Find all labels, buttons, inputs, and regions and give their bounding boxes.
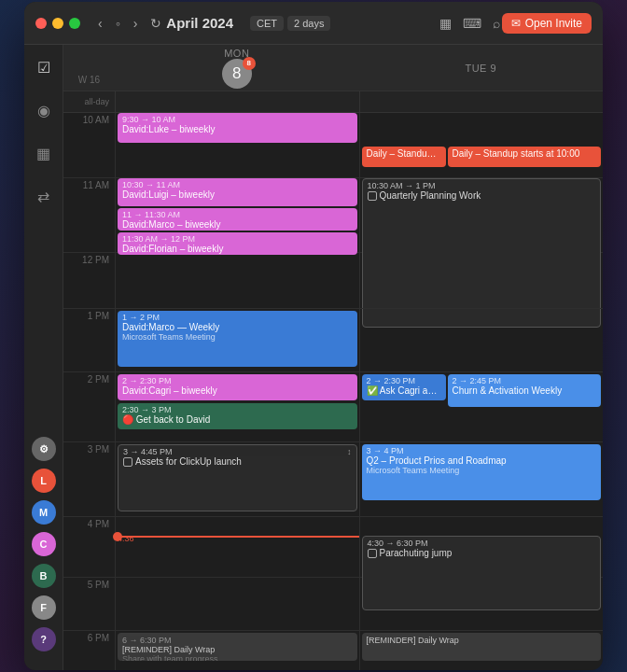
day-cell-mon-5pm bbox=[115, 578, 359, 630]
time-row-3pm: 3 PM 3 → 4:45 PM ↕ Assets for ClickUp la… bbox=[63, 442, 603, 517]
day-cell-mon-3pm: 3 → 4:45 PM ↕ Assets for ClickUp launch bbox=[115, 442, 359, 516]
time-row-6pm: 6 PM 6 → 6:30 PM [REMINDER] Daily Wrap S… bbox=[63, 631, 603, 670]
maximize-button[interactable] bbox=[69, 18, 80, 29]
allday-label: all-day bbox=[63, 91, 115, 112]
toolbar-icons: ▦ ⌨ ⌕ bbox=[438, 14, 502, 33]
day-cell-mon-4pm: 4:36 bbox=[115, 517, 359, 577]
time-row-10am: 10 AM 9:30 → 10 AM David:Luke – biweekly bbox=[63, 113, 603, 178]
open-invite-button[interactable]: ✉ Open Invite bbox=[502, 13, 592, 34]
day-cell-mon-2pm: 2 → 2:30 PM David:Cagri – biweekly 2:30 … bbox=[115, 372, 359, 441]
day-name-tue: Tue 9 bbox=[465, 63, 496, 74]
time-row-11am: 11 AM 10:30 → 11 AM David:Luigi – biweek… bbox=[63, 178, 603, 253]
invite-icon: ✉ bbox=[511, 17, 521, 30]
time-label-1pm: 1 PM bbox=[63, 309, 115, 371]
sidebar-shuffle-icon[interactable]: ⇄ bbox=[31, 183, 57, 209]
timezone-badge: CET bbox=[250, 16, 284, 31]
terminal-icon[interactable]: ⌨ bbox=[461, 14, 483, 33]
days-range-badge: 2 days bbox=[287, 16, 330, 31]
event-marco-biweekly[interactable]: 11 → 11:30 AM David:Marco – biweekly bbox=[118, 208, 357, 231]
day-cell-mon-11am: 10:30 → 11 AM David:Luigi – biweekly 11 … bbox=[115, 178, 359, 252]
day-cell-tue-6pm: [REMINDER] Daily Wrap bbox=[359, 631, 604, 670]
calendar-view-icon[interactable]: ▦ bbox=[438, 14, 453, 33]
day-cell-mon-6pm: 6 → 6:30 PM [REMINDER] Daily Wrap Share … bbox=[115, 631, 359, 670]
event-marco-weekly[interactable]: 1 → 2 PM David:Marco — Weekly Microsoft … bbox=[118, 311, 357, 367]
time-row-12pm: 12 PM bbox=[63, 253, 603, 309]
day-badge-mon: 8 bbox=[243, 57, 256, 70]
event-cagri-biweekly[interactable]: 2 → 2:30 PM David:Cagri – biweekly bbox=[118, 374, 357, 400]
event-luigi-biweekly[interactable]: 10:30 → 11 AM David:Luigi – biweekly bbox=[118, 178, 357, 206]
time-rows: 10 AM 9:30 → 10 AM David:Luke – biweekly bbox=[63, 113, 603, 670]
day-cell-tue-3pm: 3 → 4 PM Q2 – Product Prios and Roadmap … bbox=[359, 442, 604, 516]
day-cells-5pm bbox=[115, 578, 603, 630]
day-cell-mon-1pm: 1 → 2 PM David:Marco — Weekly Microsoft … bbox=[115, 309, 359, 371]
allday-cell-mon bbox=[115, 91, 359, 112]
day-cells-4pm: 4:36 4:30 → 6:30 PM Parachuting jump bbox=[115, 517, 603, 577]
day-cell-mon-10am: 9:30 → 10 AM David:Luke – biweekly bbox=[115, 113, 359, 177]
day-cell-tue-4pm: 4:30 → 6:30 PM Parachuting jump bbox=[359, 517, 604, 577]
event-reminder-tue[interactable]: [REMINDER] Daily Wrap bbox=[362, 633, 602, 661]
event-assets-clickup[interactable]: 3 → 4:45 PM ↕ Assets for ClickUp launch bbox=[118, 444, 357, 511]
avatar-user2[interactable]: M bbox=[32, 500, 56, 525]
avatar-settings[interactable]: ⚙ bbox=[32, 437, 56, 461]
search-icon[interactable]: ⌕ bbox=[491, 14, 502, 33]
time-label-12pm: 12 PM bbox=[63, 253, 115, 308]
prev-button[interactable]: ‹ bbox=[93, 14, 107, 33]
allday-row: all-day bbox=[63, 91, 603, 113]
day-cells-12pm bbox=[115, 253, 603, 308]
day-header-mon: Mon 8 8 bbox=[115, 45, 359, 91]
time-label-6pm: 6 PM bbox=[63, 631, 115, 670]
day-number-mon: 8 8 bbox=[222, 59, 252, 89]
day-cell-tue-10am: Daily – Standup starts … Daily – Standup… bbox=[359, 113, 604, 177]
day-cell-tue-1pm bbox=[359, 309, 604, 371]
event-standup-small[interactable]: Daily – Standup starts … bbox=[362, 147, 446, 167]
avatar-user3[interactable]: C bbox=[32, 532, 56, 556]
calendar-area: W 16 Mon 8 8 Tue 9 all-day bbox=[63, 45, 603, 670]
traffic-lights bbox=[35, 18, 80, 29]
nav-controls: ‹ ◦ › ↻ bbox=[93, 14, 166, 33]
sidebar-globe-icon[interactable]: ◉ bbox=[31, 97, 57, 123]
sidebar-checkbox-icon[interactable]: ☑ bbox=[31, 54, 57, 80]
event-churn-weekly[interactable]: 2 → 2:45 PM Churn & Activation Weekly bbox=[448, 374, 602, 407]
event-brenna-biweekly[interactable]: 11:30 AM → 12 PM David:Florian – biweekl… bbox=[118, 232, 357, 255]
time-label-3pm: 3 PM bbox=[63, 442, 115, 516]
sidebar-calendar-icon[interactable]: ▦ bbox=[31, 140, 57, 166]
time-row-1pm: 1 PM 1 → 2 PM David:Marco — Weekly Micro… bbox=[63, 309, 603, 372]
time-row-4pm: 4 PM 4:36 4:30 → 6:30 bbox=[63, 517, 603, 578]
time-row-5pm: 5 PM bbox=[63, 578, 603, 631]
minimize-button[interactable] bbox=[52, 18, 63, 29]
refresh-button[interactable]: ↻ bbox=[146, 14, 166, 33]
time-grid: 10 AM 9:30 → 10 AM David:Luke – biweekly bbox=[63, 113, 603, 670]
avatar-user1[interactable]: L bbox=[32, 469, 56, 493]
event-ask-cagri[interactable]: 2 → 2:30 PM ✅ Ask Cagri about… bbox=[362, 374, 446, 400]
event-reminder-mon[interactable]: 6 → 6:30 PM [REMINDER] Daily Wrap Share … bbox=[118, 633, 357, 661]
day-cells-3pm: 3 → 4:45 PM ↕ Assets for ClickUp launch … bbox=[115, 442, 603, 516]
close-button[interactable] bbox=[35, 18, 47, 29]
event-q2-roadmap[interactable]: 3 → 4 PM Q2 – Product Prios and Roadmap … bbox=[362, 444, 602, 500]
day-cell-tue-5pm bbox=[359, 578, 604, 630]
calendar-header: W 16 Mon 8 8 Tue 9 bbox=[63, 45, 603, 91]
avatar-user6[interactable]: ? bbox=[32, 627, 56, 651]
today-button[interactable]: ◦ bbox=[111, 14, 125, 33]
day-cell-tue-11am: 10:30 AM → 1 PM Quarterly Planning Work bbox=[359, 178, 604, 252]
next-button[interactable]: › bbox=[129, 14, 143, 33]
allday-cell-tue bbox=[359, 91, 604, 112]
avatar-user5[interactable]: F bbox=[32, 595, 56, 620]
event-standup-full[interactable]: Daily – Standup starts at 10:00 bbox=[448, 147, 602, 167]
day-cell-tue-12pm bbox=[359, 253, 604, 308]
day-cells-2pm: 2 → 2:30 PM David:Cagri – biweekly 2:30 … bbox=[115, 372, 603, 441]
sidebar-avatars: ⚙ L M C B F ? bbox=[32, 437, 56, 661]
day-cells-10am: 9:30 → 10 AM David:Luke – biweekly Daily… bbox=[115, 113, 603, 177]
day-header-tue: Tue 9 bbox=[359, 45, 604, 91]
time-label-4pm: 4 PM bbox=[63, 517, 115, 577]
main-area: ☑ ◉ ▦ ⇄ ⚙ L M C B F ? W 16 Mon 8 bbox=[24, 45, 603, 670]
sidebar: ☑ ◉ ▦ ⇄ ⚙ L M C B F ? bbox=[24, 45, 63, 670]
day-cell-mon-12pm bbox=[115, 253, 359, 308]
event-luke-biweekly[interactable]: 9:30 → 10 AM David:Luke – biweekly bbox=[118, 113, 357, 143]
event-get-back-david[interactable]: 2:30 → 3 PM 🔴 Get back to David bbox=[118, 403, 357, 429]
time-label-5pm: 5 PM bbox=[63, 578, 115, 630]
open-invite-label: Open Invite bbox=[525, 17, 582, 30]
avatar-user4[interactable]: B bbox=[32, 564, 56, 588]
day-cell-tue-2pm: 2 → 2:30 PM ✅ Ask Cagri about… 2 → 2:45 … bbox=[359, 372, 604, 441]
time-label-11am: 11 AM bbox=[63, 178, 115, 252]
time-label-10am: 10 AM bbox=[63, 113, 115, 177]
